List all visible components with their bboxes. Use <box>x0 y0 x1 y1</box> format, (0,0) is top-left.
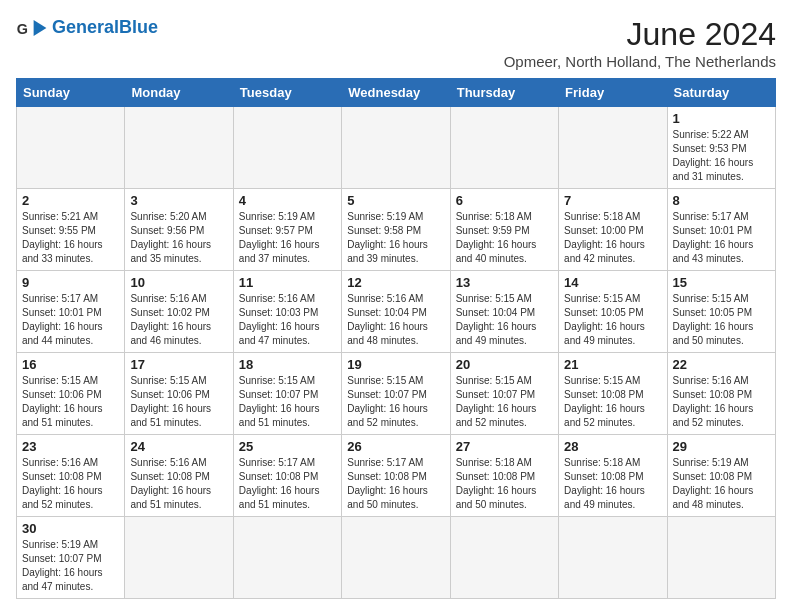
day-number: 7 <box>564 193 661 208</box>
calendar-week-row: 23Sunrise: 5:16 AM Sunset: 10:08 PM Dayl… <box>17 435 776 517</box>
day-info: Sunrise: 5:21 AM Sunset: 9:55 PM Dayligh… <box>22 210 119 266</box>
day-info: Sunrise: 5:15 AM Sunset: 10:05 PM Daylig… <box>564 292 661 348</box>
generalblue-logo-icon: G <box>16 16 48 40</box>
calendar-day-cell: 14Sunrise: 5:15 AM Sunset: 10:05 PM Dayl… <box>559 271 667 353</box>
day-number: 15 <box>673 275 770 290</box>
day-info: Sunrise: 5:17 AM Sunset: 10:08 PM Daylig… <box>239 456 336 512</box>
calendar-day-cell: 24Sunrise: 5:16 AM Sunset: 10:08 PM Dayl… <box>125 435 233 517</box>
calendar-week-row: 1Sunrise: 5:22 AM Sunset: 9:53 PM Daylig… <box>17 107 776 189</box>
calendar-day-cell: 30Sunrise: 5:19 AM Sunset: 10:07 PM Dayl… <box>17 517 125 599</box>
calendar-day-cell: 28Sunrise: 5:18 AM Sunset: 10:08 PM Dayl… <box>559 435 667 517</box>
day-number: 18 <box>239 357 336 372</box>
day-number: 21 <box>564 357 661 372</box>
day-info: Sunrise: 5:18 AM Sunset: 10:08 PM Daylig… <box>564 456 661 512</box>
weekday-header-row: SundayMondayTuesdayWednesdayThursdayFrid… <box>17 79 776 107</box>
calendar-day-cell: 18Sunrise: 5:15 AM Sunset: 10:07 PM Dayl… <box>233 353 341 435</box>
calendar-day-cell <box>667 517 775 599</box>
day-info: Sunrise: 5:16 AM Sunset: 10:08 PM Daylig… <box>130 456 227 512</box>
calendar-day-cell <box>125 107 233 189</box>
logo-general: General <box>52 17 119 37</box>
day-number: 25 <box>239 439 336 454</box>
day-info: Sunrise: 5:15 AM Sunset: 10:04 PM Daylig… <box>456 292 553 348</box>
day-info: Sunrise: 5:20 AM Sunset: 9:56 PM Dayligh… <box>130 210 227 266</box>
day-info: Sunrise: 5:16 AM Sunset: 10:08 PM Daylig… <box>22 456 119 512</box>
header-area: G GeneralBlue June 2024 Opmeer, North Ho… <box>16 16 776 70</box>
calendar-day-cell: 8Sunrise: 5:17 AM Sunset: 10:01 PM Dayli… <box>667 189 775 271</box>
day-info: Sunrise: 5:19 AM Sunset: 9:57 PM Dayligh… <box>239 210 336 266</box>
calendar-day-cell: 20Sunrise: 5:15 AM Sunset: 10:07 PM Dayl… <box>450 353 558 435</box>
month-year-title: June 2024 <box>504 16 776 53</box>
day-info: Sunrise: 5:19 AM Sunset: 10:07 PM Daylig… <box>22 538 119 594</box>
calendar-day-cell <box>342 517 450 599</box>
calendar-day-cell: 21Sunrise: 5:15 AM Sunset: 10:08 PM Dayl… <box>559 353 667 435</box>
day-info: Sunrise: 5:16 AM Sunset: 10:03 PM Daylig… <box>239 292 336 348</box>
calendar-day-cell: 9Sunrise: 5:17 AM Sunset: 10:01 PM Dayli… <box>17 271 125 353</box>
day-number: 14 <box>564 275 661 290</box>
calendar-day-cell: 22Sunrise: 5:16 AM Sunset: 10:08 PM Dayl… <box>667 353 775 435</box>
calendar-day-cell: 11Sunrise: 5:16 AM Sunset: 10:03 PM Dayl… <box>233 271 341 353</box>
calendar-day-cell <box>450 107 558 189</box>
calendar-day-cell: 1Sunrise: 5:22 AM Sunset: 9:53 PM Daylig… <box>667 107 775 189</box>
day-info: Sunrise: 5:15 AM Sunset: 10:05 PM Daylig… <box>673 292 770 348</box>
day-number: 17 <box>130 357 227 372</box>
day-info: Sunrise: 5:15 AM Sunset: 10:07 PM Daylig… <box>347 374 444 430</box>
calendar-day-cell: 19Sunrise: 5:15 AM Sunset: 10:07 PM Dayl… <box>342 353 450 435</box>
weekday-header-cell: Monday <box>125 79 233 107</box>
day-number: 3 <box>130 193 227 208</box>
day-info: Sunrise: 5:16 AM Sunset: 10:08 PM Daylig… <box>673 374 770 430</box>
calendar-day-cell <box>559 107 667 189</box>
calendar-day-cell: 3Sunrise: 5:20 AM Sunset: 9:56 PM Daylig… <box>125 189 233 271</box>
weekday-header-cell: Tuesday <box>233 79 341 107</box>
logo: G GeneralBlue <box>16 16 158 40</box>
svg-text:G: G <box>17 21 28 37</box>
day-number: 10 <box>130 275 227 290</box>
day-number: 24 <box>130 439 227 454</box>
calendar-day-cell: 26Sunrise: 5:17 AM Sunset: 10:08 PM Dayl… <box>342 435 450 517</box>
day-number: 22 <box>673 357 770 372</box>
calendar-week-row: 30Sunrise: 5:19 AM Sunset: 10:07 PM Dayl… <box>17 517 776 599</box>
weekday-header-cell: Friday <box>559 79 667 107</box>
day-info: Sunrise: 5:18 AM Sunset: 10:00 PM Daylig… <box>564 210 661 266</box>
day-number: 9 <box>22 275 119 290</box>
calendar-day-cell <box>17 107 125 189</box>
calendar-day-cell: 16Sunrise: 5:15 AM Sunset: 10:06 PM Dayl… <box>17 353 125 435</box>
day-info: Sunrise: 5:22 AM Sunset: 9:53 PM Dayligh… <box>673 128 770 184</box>
day-number: 12 <box>347 275 444 290</box>
calendar-day-cell: 12Sunrise: 5:16 AM Sunset: 10:04 PM Dayl… <box>342 271 450 353</box>
day-info: Sunrise: 5:19 AM Sunset: 9:58 PM Dayligh… <box>347 210 444 266</box>
day-number: 26 <box>347 439 444 454</box>
day-info: Sunrise: 5:15 AM Sunset: 10:08 PM Daylig… <box>564 374 661 430</box>
day-number: 28 <box>564 439 661 454</box>
day-number: 1 <box>673 111 770 126</box>
calendar-week-row: 16Sunrise: 5:15 AM Sunset: 10:06 PM Dayl… <box>17 353 776 435</box>
calendar-day-cell <box>233 107 341 189</box>
calendar-day-cell <box>559 517 667 599</box>
day-number: 23 <box>22 439 119 454</box>
calendar-day-cell: 7Sunrise: 5:18 AM Sunset: 10:00 PM Dayli… <box>559 189 667 271</box>
day-number: 8 <box>673 193 770 208</box>
weekday-header-cell: Sunday <box>17 79 125 107</box>
day-info: Sunrise: 5:15 AM Sunset: 10:07 PM Daylig… <box>239 374 336 430</box>
title-area: June 2024 Opmeer, North Holland, The Net… <box>504 16 776 70</box>
calendar-day-cell: 2Sunrise: 5:21 AM Sunset: 9:55 PM Daylig… <box>17 189 125 271</box>
weekday-header-cell: Wednesday <box>342 79 450 107</box>
day-info: Sunrise: 5:15 AM Sunset: 10:06 PM Daylig… <box>22 374 119 430</box>
calendar-day-cell: 27Sunrise: 5:18 AM Sunset: 10:08 PM Dayl… <box>450 435 558 517</box>
calendar-table: SundayMondayTuesdayWednesdayThursdayFrid… <box>16 78 776 599</box>
calendar-day-cell <box>450 517 558 599</box>
calendar-day-cell <box>233 517 341 599</box>
calendar-day-cell: 23Sunrise: 5:16 AM Sunset: 10:08 PM Dayl… <box>17 435 125 517</box>
day-info: Sunrise: 5:16 AM Sunset: 10:02 PM Daylig… <box>130 292 227 348</box>
calendar-day-cell: 6Sunrise: 5:18 AM Sunset: 9:59 PM Daylig… <box>450 189 558 271</box>
calendar-day-cell <box>125 517 233 599</box>
day-info: Sunrise: 5:15 AM Sunset: 10:07 PM Daylig… <box>456 374 553 430</box>
day-info: Sunrise: 5:17 AM Sunset: 10:01 PM Daylig… <box>673 210 770 266</box>
day-info: Sunrise: 5:19 AM Sunset: 10:08 PM Daylig… <box>673 456 770 512</box>
location-subtitle: Opmeer, North Holland, The Netherlands <box>504 53 776 70</box>
calendar-body: 1Sunrise: 5:22 AM Sunset: 9:53 PM Daylig… <box>17 107 776 599</box>
calendar-day-cell: 5Sunrise: 5:19 AM Sunset: 9:58 PM Daylig… <box>342 189 450 271</box>
calendar-day-cell: 4Sunrise: 5:19 AM Sunset: 9:57 PM Daylig… <box>233 189 341 271</box>
calendar-day-cell: 13Sunrise: 5:15 AM Sunset: 10:04 PM Dayl… <box>450 271 558 353</box>
day-number: 6 <box>456 193 553 208</box>
day-number: 20 <box>456 357 553 372</box>
